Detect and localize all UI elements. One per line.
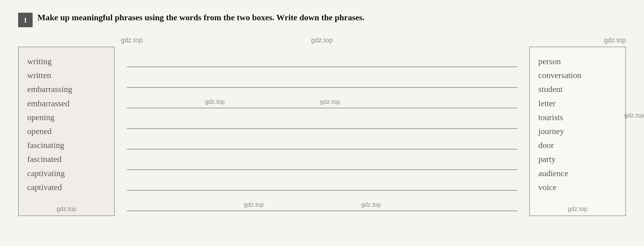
answer-line-4[interactable] xyxy=(127,108,517,129)
list-item: fascinating xyxy=(27,138,106,152)
watermark-right-box-bottom: gdz.top xyxy=(568,205,588,212)
watermark-line8-left: gdz.top xyxy=(244,201,264,208)
list-item: writing xyxy=(27,54,106,68)
answer-line-5[interactable] xyxy=(127,129,517,149)
list-item: conversation xyxy=(538,68,617,82)
watermark-header-center1: gdz.top xyxy=(311,36,333,44)
right-word-box: person conversation student letter touri… xyxy=(529,47,626,216)
list-item: opening xyxy=(27,110,106,124)
watermark-line3-center: gdz.top xyxy=(320,98,340,105)
answer-lines-section: gdz.top gdz.top gdz.top gdz.top xyxy=(115,47,529,211)
answer-line-6[interactable] xyxy=(127,149,517,170)
list-item: person xyxy=(538,54,617,68)
list-item: student xyxy=(538,82,617,96)
list-item: audience xyxy=(538,166,617,180)
task-instruction: Make up meaningful phrases using the wor… xyxy=(37,12,365,23)
watermark-header-right: gdz.top xyxy=(604,36,626,44)
list-item: embarrassing xyxy=(27,82,106,96)
watermark-line8-right: gdz.top xyxy=(361,201,381,208)
list-item: fascinated xyxy=(27,152,106,166)
list-item: party xyxy=(538,152,617,166)
answer-line-7[interactable] xyxy=(127,170,517,191)
left-word-box: writing written embarrassing embarrassed… xyxy=(18,47,115,216)
list-item: voice xyxy=(538,180,617,194)
watermark-line3-left: gdz.top xyxy=(205,98,225,105)
watermark-right-mid: gdz.top xyxy=(624,110,644,120)
list-item: captivated xyxy=(27,180,106,194)
list-item: journey xyxy=(538,124,617,138)
right-word-list: person conversation student letter touri… xyxy=(538,54,617,194)
answer-line-2[interactable] xyxy=(127,67,517,88)
list-item: opened xyxy=(27,124,106,138)
list-item: embarrassed xyxy=(27,97,106,110)
list-item: captivating xyxy=(27,166,106,180)
answer-line-1[interactable] xyxy=(127,47,517,67)
list-item: letter xyxy=(538,97,617,110)
task-number: 1 xyxy=(18,13,33,27)
watermark-header-left: gdz.top xyxy=(121,36,143,44)
watermark-left-box-bottom: gdz.top xyxy=(56,205,76,212)
list-item: touristsgdz.top xyxy=(538,110,617,124)
list-item: door xyxy=(538,138,617,152)
left-word-list: writing written embarrassing embarrassed… xyxy=(27,54,106,194)
answer-line-8[interactable]: gdz.top gdz.top xyxy=(127,191,517,211)
answer-line-3[interactable]: gdz.top gdz.top xyxy=(127,88,517,108)
list-item: written xyxy=(27,68,106,82)
main-layout: writing written embarrassing embarrassed… xyxy=(18,47,626,216)
